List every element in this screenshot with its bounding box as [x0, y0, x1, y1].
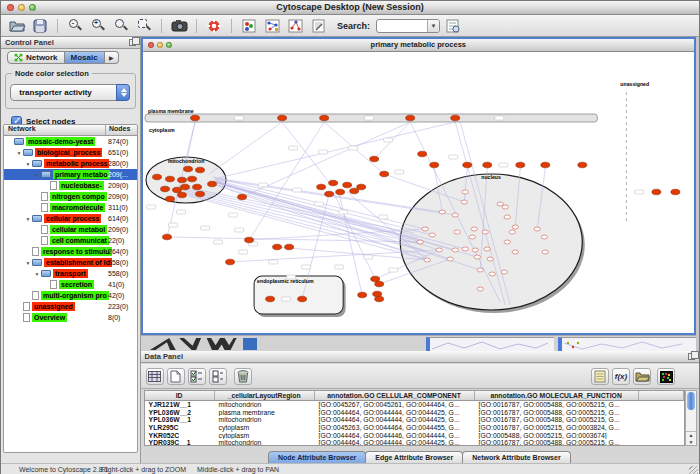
tab-mosaic[interactable]: Mosaic [64, 51, 105, 64]
network-edge[interactable] [339, 193, 362, 295]
network-node[interactable] [429, 162, 438, 168]
zoom-selected-button[interactable] [134, 17, 154, 35]
import-attributes-button[interactable] [633, 368, 651, 385]
open-file-button[interactable] [7, 17, 27, 35]
float-panel-icon[interactable] [688, 353, 695, 360]
network-node[interactable] [328, 180, 337, 186]
expand-arrow-icon[interactable]: ▼ [33, 271, 41, 277]
network-node-small[interactable] [472, 248, 478, 252]
network-node-small[interactable] [439, 210, 445, 214]
minimize-view-icon[interactable] [157, 42, 163, 48]
network-node[interactable] [374, 281, 383, 287]
network-node[interactable] [180, 184, 189, 190]
network-node-small[interactable] [452, 213, 458, 217]
network-node[interactable] [450, 115, 459, 121]
layout-nodes-button[interactable] [262, 17, 282, 35]
network-node[interactable] [405, 115, 414, 121]
window-titlebar[interactable]: Cytoscape Desktop (New Session) [1, 1, 699, 15]
search-dropdown-icon[interactable]: ▼ [427, 20, 439, 32]
tab-network[interactable]: Network [7, 51, 65, 64]
node-color-dropdown[interactable]: transporter activity [10, 84, 130, 101]
tree-row[interactable]: ▼establishment of lo558(0) [4, 257, 137, 268]
table-row[interactable]: YJR121W__1mitochondrion[GO:0045267, GO:0… [145, 401, 684, 409]
expand-arrow-icon[interactable]: ▼ [24, 216, 32, 222]
table-row[interactable]: YPL036W__1mitochondrion[GO:0044464, GO:0… [145, 416, 684, 424]
tree-row[interactable]: macromolecule311(0) [4, 202, 137, 213]
network-node[interactable] [297, 296, 306, 302]
network-node[interactable] [277, 115, 286, 121]
tree-row[interactable]: nitrogen compo209(0) [4, 191, 137, 202]
network-node[interactable] [195, 167, 204, 173]
tree-row[interactable]: ▼primary metabo209(... [4, 169, 137, 180]
network-node-small[interactable] [461, 200, 467, 204]
network-canvas[interactable]: plasma membranecytoplasmmitochondrionnuc… [143, 52, 694, 333]
vizmapper-button[interactable] [239, 17, 259, 35]
network-graph[interactable]: plasma membranecytoplasmmitochondrionnuc… [143, 52, 694, 333]
tree-row[interactable]: response to stimulu264(0) [4, 246, 137, 257]
network-node[interactable] [651, 189, 660, 195]
help-button[interactable] [204, 17, 224, 35]
network-node[interactable] [195, 191, 204, 197]
tree-row[interactable]: multi-organism pro42(0) [4, 290, 137, 301]
tab-edge-attribute-browser[interactable]: Edge Attribute Browser [365, 451, 463, 463]
col-id[interactable]: ID [145, 391, 215, 400]
scrollbar-thumb[interactable] [687, 392, 695, 410]
tree-row[interactable]: ▼cellular process614(0) [4, 213, 137, 224]
zoom-in-button[interactable]: + [88, 17, 108, 35]
network-node[interactable] [192, 184, 201, 190]
network-node-small[interactable] [487, 257, 493, 261]
network-node[interactable] [177, 192, 186, 198]
network-node-small[interactable] [542, 250, 548, 254]
expand-arrow-icon[interactable]: ▼ [24, 260, 32, 266]
network-node[interactable] [162, 234, 171, 240]
tree-row[interactable]: cellular metabol209(0) [4, 224, 137, 235]
network-node[interactable] [462, 162, 471, 168]
network-view-titlebar[interactable]: primary metabolic process [143, 39, 694, 52]
network-node[interactable] [370, 276, 379, 282]
network-node[interactable] [379, 171, 388, 177]
table-row[interactable]: YDR039C__1mitochondrion[GO:0044464, GO:0… [145, 439, 684, 446]
expand-arrow-icon[interactable]: ▼ [15, 150, 23, 156]
col-molecular-function[interactable]: annotation.GO MOLECULAR_FUNCTION [475, 391, 639, 400]
network-node-small[interactable] [452, 248, 458, 252]
advanced-search-button[interactable] [443, 17, 463, 35]
network-node[interactable] [272, 244, 281, 250]
network-node[interactable] [356, 184, 365, 190]
network-node[interactable] [319, 115, 328, 121]
tree-row[interactable]: ▼biological_process651(0) [4, 147, 137, 158]
network-node-small[interactable] [512, 250, 518, 254]
network-node-small[interactable] [454, 230, 460, 234]
attribute-matrix-button[interactable] [657, 368, 675, 385]
network-node[interactable] [417, 151, 426, 157]
zoom-out-button[interactable]: - [65, 17, 85, 35]
network-node-small[interactable] [436, 248, 442, 252]
network-node[interactable] [183, 166, 192, 172]
network-node[interactable] [165, 176, 174, 182]
background-window[interactable] [558, 337, 696, 351]
table-scrollbar[interactable]: ▲▼ [685, 390, 697, 446]
network-node-small[interactable] [482, 230, 488, 234]
network-node[interactable] [335, 189, 344, 195]
tree-row[interactable]: secretion41(0) [4, 279, 137, 290]
resize-grip[interactable] [689, 466, 698, 474]
close-view-icon[interactable] [148, 42, 154, 48]
background-window-thumbnail[interactable] [151, 336, 271, 351]
network-node-small[interactable] [509, 230, 515, 234]
network-node-small[interactable] [424, 258, 430, 262]
network-node[interactable] [172, 187, 181, 193]
new-attribute-button[interactable] [167, 368, 185, 385]
network-view-window[interactable]: primary metabolic process plasma membran… [141, 37, 696, 335]
network-node[interactable] [515, 162, 524, 168]
tree-row[interactable]: nucleobase-209(0) [4, 180, 137, 191]
network-node[interactable] [177, 177, 186, 183]
tree-row[interactable]: Overview8(0) [4, 312, 137, 323]
tree-row[interactable]: unassigned223(0) [4, 301, 137, 312]
network-edge[interactable] [218, 122, 455, 178]
network-node[interactable] [284, 244, 293, 250]
network-edge[interactable] [181, 188, 417, 238]
background-window[interactable] [426, 337, 554, 351]
col-cellular-component[interactable]: annotation.GO CELLULAR_COMPONENT [315, 391, 475, 400]
network-node-small[interactable] [417, 240, 423, 244]
network-edge[interactable] [167, 237, 420, 242]
tree-col-nodes[interactable]: Nodes [106, 125, 130, 135]
